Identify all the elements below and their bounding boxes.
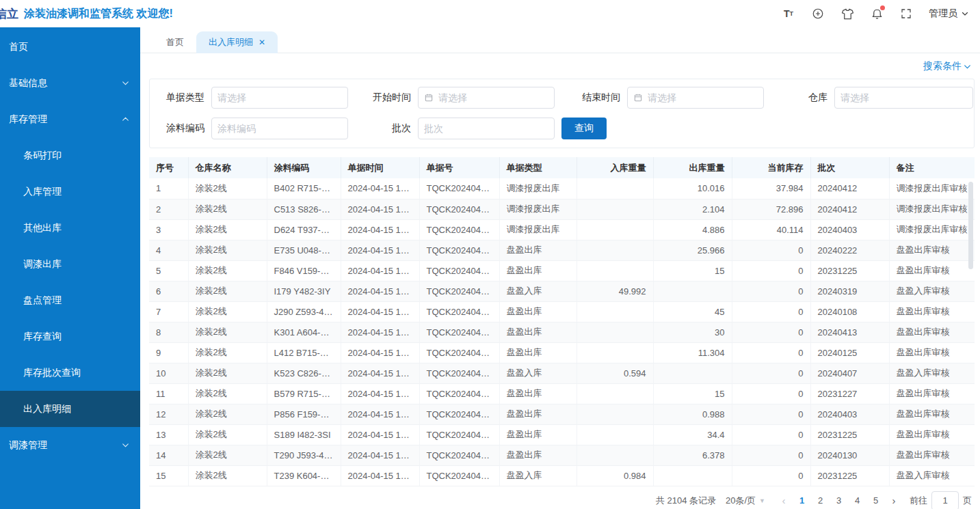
sidebar-item-label: 条码打印 <box>23 150 62 161</box>
paint-code-input[interactable] <box>217 123 342 134</box>
table-cell: 11 <box>149 383 188 404</box>
page-number[interactable]: 5 <box>866 491 885 509</box>
table-cell: I179 Y482-3IY <box>267 281 341 301</box>
table-cell: 0.988 <box>653 404 732 424</box>
table-cell: 盘盈出库 <box>499 404 577 424</box>
notification-bell-icon[interactable] <box>870 7 884 20</box>
table-cell: 6.378 <box>653 445 732 465</box>
doc-type-select[interactable] <box>211 87 348 109</box>
table-cell: C513 S826-7CS <box>267 199 341 219</box>
sidebar-item[interactable]: 其他出库 <box>0 210 140 246</box>
sidebar-item[interactable]: 首页 <box>0 29 140 65</box>
table-cell <box>653 363 732 383</box>
sidebar-item[interactable]: 基础信息 <box>0 65 140 101</box>
goto-label: 前往 <box>910 495 927 507</box>
table-cell: 20240125 <box>810 342 889 363</box>
sidebar-item[interactable]: 调漆管理 <box>0 427 140 463</box>
table-row: 10涂装2线K523 C826-7MA2024-04-15 14:...TQCK… <box>149 363 975 383</box>
table-cell: 涂装2线 <box>188 383 267 404</box>
table-cell: 0 <box>732 465 810 486</box>
sidebar-item[interactable]: 库存管理 <box>0 101 140 137</box>
table-cell: 盘盈出库 <box>499 424 577 445</box>
end-time-picker[interactable] <box>627 87 764 109</box>
page-number[interactable]: 1 <box>793 491 811 509</box>
table-cell: 2024-04-15 15:... <box>341 178 419 199</box>
table-cell: TQCK2024041.... <box>419 363 499 383</box>
tab[interactable]: 首页 <box>154 31 196 53</box>
column-header: 出库重量 <box>653 157 732 178</box>
table-cell <box>577 260 653 281</box>
table-cell: D624 T937-8DT <box>267 219 341 240</box>
table-cell: L412 B715-6LB <box>267 342 341 363</box>
table-cell: J290 Z593-4JZ <box>267 301 341 322</box>
table-cell <box>577 404 653 424</box>
table-scrollbar[interactable] <box>968 182 973 269</box>
user-menu[interactable]: 管理员 <box>929 8 969 20</box>
column-header: 仓库名称 <box>188 157 267 178</box>
table-cell: 0 <box>732 383 810 404</box>
table-cell: 盘盈出库审核 <box>889 424 975 445</box>
search-conditions-toggle[interactable]: 搜索条件 <box>923 60 972 72</box>
paint-code-box[interactable] <box>211 118 348 139</box>
prev-page-button[interactable]: ‹ <box>775 495 793 506</box>
table-cell: 调漆报废出库 <box>499 219 577 240</box>
query-button[interactable]: 查询 <box>561 118 607 139</box>
page-number[interactable]: 3 <box>830 491 848 509</box>
sidebar-item-label: 出入库明细 <box>23 403 71 414</box>
sidebar-item[interactable]: 条码打印 <box>0 137 140 174</box>
theme-shirt-icon[interactable] <box>840 7 854 20</box>
sidebar-item[interactable]: 入库管理 <box>0 174 140 210</box>
page-size-select[interactable]: 20条/页 ▼ <box>726 495 765 507</box>
sidebar-item[interactable]: 库存查询 <box>0 318 140 355</box>
notification-badge <box>880 5 885 10</box>
table-cell: 2024-04-15 14:... <box>341 424 419 445</box>
next-page-button[interactable]: › <box>885 495 903 506</box>
start-time-picker[interactable] <box>418 87 555 109</box>
sidebar-item-label: 库存管理 <box>9 113 47 124</box>
table-cell: TQCK2024041.... <box>419 404 499 424</box>
calendar-icon <box>424 93 434 102</box>
doc-type-input[interactable] <box>217 92 342 103</box>
table-cell: 25.966 <box>653 240 732 260</box>
start-time-input[interactable] <box>438 92 548 103</box>
table-cell: 45 <box>653 301 732 322</box>
sidebar-item-label: 其他出库 <box>23 222 62 233</box>
table-cell: 盘盈出库审核 <box>889 322 975 342</box>
table-cell: 涂装2线 <box>188 322 267 342</box>
table-cell: E735 U048-9EU <box>267 240 341 260</box>
table-cell: 盘盈出库 <box>499 445 577 465</box>
table-cell: 1 <box>149 178 188 199</box>
warehouse-select[interactable] <box>834 87 973 109</box>
sidebar-item[interactable]: 盘点管理 <box>0 282 140 318</box>
sidebar-item-label: 基础信息 <box>9 77 47 88</box>
page-number[interactable]: 4 <box>848 491 866 509</box>
table-cell: 14 <box>149 445 188 465</box>
table-cell: 20240412 <box>810 199 889 219</box>
table-cell: TQCK2024041.... <box>419 342 499 363</box>
batch-box[interactable] <box>418 118 555 139</box>
goto-page-input[interactable] <box>931 491 959 509</box>
table-row: 5涂装2线F846 V159-0FV2024-04-15 14:...TQCK2… <box>149 260 975 281</box>
font-size-icon[interactable]: TT <box>782 7 795 20</box>
main-panel: 首页 出入库明细 ✕ 搜索条件 单据类型 开始时间 结 <box>140 27 980 509</box>
tab[interactable]: 出入库明细 ✕ <box>196 31 278 53</box>
page-number[interactable]: 2 <box>811 491 830 509</box>
sidebar-item[interactable]: 出入库明细 <box>0 391 140 427</box>
table-cell: 20240407 <box>810 363 889 383</box>
close-icon[interactable]: ✕ <box>259 38 265 46</box>
fullscreen-icon[interactable] <box>899 7 913 20</box>
end-time-input[interactable] <box>648 92 758 103</box>
table-cell: 4 <box>149 240 188 260</box>
warehouse-label: 仓库 <box>808 92 834 104</box>
table-cell: 20240403 <box>810 404 889 424</box>
table-cell: 2024-04-15 14:... <box>341 383 419 404</box>
warehouse-input[interactable] <box>840 92 967 103</box>
sidebar-item[interactable]: 调漆出库 <box>0 246 140 282</box>
plus-circle-icon[interactable] <box>811 7 825 20</box>
batch-input[interactable] <box>424 123 548 134</box>
sidebar-item[interactable]: 库存批次查询 <box>0 355 140 391</box>
table-row: 2涂装2线C513 S826-7CS2024-04-15 15:...TQCK2… <box>149 199 975 219</box>
table-cell: K523 C826-7MA <box>267 363 341 383</box>
table-cell: 3 <box>149 219 188 240</box>
table-cell: 40.114 <box>732 219 810 240</box>
